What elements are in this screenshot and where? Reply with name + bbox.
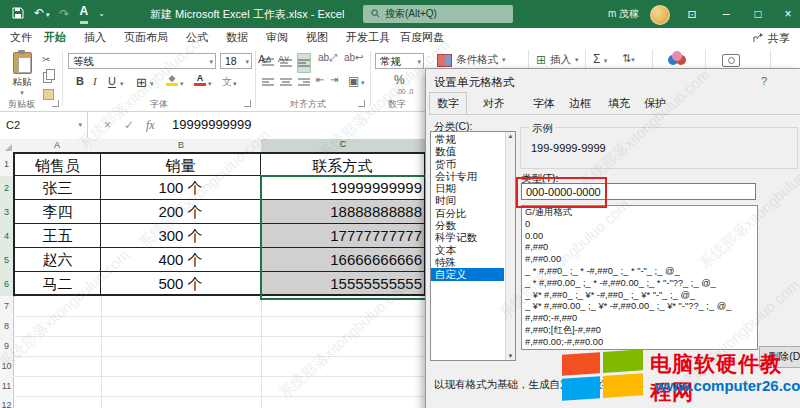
type-option[interactable]: #,##0.00;-#,##0.00 [522,337,757,349]
undo-button[interactable]: ↶ ▾ [34,0,50,29]
cell-c2-active[interactable]: 19999999999 [261,176,425,200]
underline-button[interactable]: U [108,75,116,88]
cell-c5[interactable]: 16666666666 [261,248,425,272]
increase-indent-icon[interactable]: ⇥ [330,74,338,85]
row-header-12[interactable]: 12 [0,396,14,408]
row-header-11[interactable]: 11 [0,376,14,397]
scroll-down-icon[interactable]: ▼ [506,353,515,359]
dialog-tab-alignment[interactable]: 对齐 [483,94,505,113]
type-option[interactable]: #,##0 [522,242,757,254]
category-date[interactable]: 日期 [431,182,504,194]
category-scientific[interactable]: 科学记数 [431,231,504,243]
tab-developer[interactable]: 开发工具 [342,28,394,48]
avatar[interactable] [650,5,670,25]
tab-baidu-netdisk[interactable]: 百度网盘 [396,28,448,48]
font-dialog-launcher-icon[interactable] [244,100,251,107]
decrease-indent-icon[interactable]: ⇤ [316,74,324,85]
type-option[interactable]: _ ¥* #,##0.00_ ;_ ¥* -#,##0.00_ ;_ ¥* "-… [522,301,757,313]
cell-a5[interactable]: 赵六 [13,248,101,272]
cell-a2[interactable]: 张三 [13,176,101,200]
cell-a6[interactable]: 马二 [13,272,101,296]
category-number[interactable]: 数值 [431,145,504,157]
align-left-icon[interactable] [262,74,274,92]
share-colors-icon[interactable] [666,51,688,65]
category-custom-selected[interactable]: 自定义 [431,268,504,280]
column-header-a[interactable]: A [13,139,102,153]
tab-file[interactable]: 文件 [6,28,36,48]
underline-dropdown-icon[interactable]: ▾ [120,80,124,88]
type-option[interactable]: #,##0;-#,##0 [522,313,757,325]
cell-c1[interactable]: 联系方式 [261,152,425,176]
category-accounting[interactable]: 会计专用 [431,170,504,182]
dialog-tab-font[interactable]: 字体 [533,94,555,113]
percent-style-button[interactable]: % [394,73,405,87]
category-time[interactable]: 时间 [431,194,504,206]
cell-a3[interactable]: 李四 [13,200,101,224]
conditional-formatting-button[interactable]: 条件格式▾ [437,53,506,67]
phonetic-guide-button[interactable]: 文 [222,75,232,89]
ribbon-display-options-icon[interactable]: ⊡ [678,0,706,28]
customize-qat-icon[interactable]: ⌄ [98,0,105,28]
cell-a4[interactable]: 王五 [13,224,101,248]
cell-a1[interactable]: 销售员 [13,152,101,176]
fill-color-button[interactable]: ◆ [166,74,178,86]
column-header-b[interactable]: B [101,139,262,153]
cancel-entry-icon[interactable]: × [104,112,111,138]
italic-button[interactable]: I [93,75,97,87]
dialog-tab-number[interactable]: 数字 [429,92,467,115]
save-icon[interactable] [12,5,24,23]
align-top-icon[interactable] [262,54,274,72]
cell-c6[interactable]: 15555555555 [261,272,425,296]
font-name-combo[interactable]: 等线▾ [68,53,216,69]
category-special[interactable]: 特殊 [431,256,504,268]
dialog-help-icon[interactable]: ? [761,75,767,87]
category-fraction[interactable]: 分数 [431,219,504,231]
copy-button[interactable] [43,69,52,87]
type-option[interactable]: _ ¥* #,##0_ ;_ ¥* -#,##0_ ;_ ¥* "-"_ ;_ … [522,290,757,302]
decimal-buttons[interactable]: .00 .0 [396,88,414,95]
cell-b6[interactable]: 500 个 [101,272,261,296]
row-header-1[interactable]: 1 [0,152,14,177]
orientation-icon[interactable]: ab⤢ [318,52,337,64]
merge-dropdown-icon[interactable]: ▾ [361,79,365,87]
align-bottom-icon[interactable] [298,54,310,72]
category-currency[interactable]: 货币 [431,158,504,170]
category-percentage[interactable]: 百分比 [431,207,504,219]
user-name[interactable]: m 茂稼 [608,0,639,28]
type-option[interactable]: _ * #,##0.00_ ;_ * -#,##0.00_ ;_ * "-"??… [522,278,757,290]
category-text[interactable]: 文本 [431,244,504,256]
bold-button[interactable]: B [76,75,84,87]
borders-button[interactable]: ⊞ [136,75,147,90]
scroll-up-icon[interactable]: ▲ [506,133,515,139]
tab-review[interactable]: 审阅 [262,28,292,48]
font-color-button[interactable]: A [194,74,206,86]
sort-filter-button[interactable]: ⇅▾ [622,52,635,65]
category-scrollbar[interactable]: ▲ ▼ [505,132,515,360]
cut-button[interactable]: ✂ [42,54,50,65]
font-size-combo[interactable]: 18▾ [220,53,252,69]
category-general[interactable]: 常规 [431,133,504,145]
minimize-button[interactable]: – [712,0,740,28]
wrap-text-icon[interactable]: ab↩ [344,52,364,63]
cell-b4[interactable]: 300 个 [101,224,261,248]
cell-b2[interactable]: 100 个 [101,176,261,200]
formula-value[interactable]: 19999999999 [172,112,252,138]
row-header-9[interactable]: 9 [0,336,14,357]
phonetic-dropdown-icon[interactable]: ▾ [233,80,237,88]
number-format-combo[interactable]: 常规▾ [375,53,424,69]
borders-dropdown-icon[interactable]: ▾ [150,80,154,88]
align-middle-icon[interactable] [280,54,292,72]
row-header-10[interactable]: 10 [0,356,14,377]
tab-home[interactable]: 开始 [40,28,70,50]
align-center-icon[interactable] [280,74,292,92]
name-box[interactable]: C2 ▾ [0,112,88,138]
tab-view[interactable]: 视图 [302,28,332,48]
cell-b1[interactable]: 销量 [101,152,261,176]
share-button[interactable]: 共享 [753,29,790,47]
type-option[interactable]: _ * #,##0_ ;_ * -#,##0_ ;_ * "-"_ ;_ @_ [522,266,757,278]
type-option[interactable]: #,##0;[红色]-#,##0 [522,325,757,337]
insert-cells-button[interactable]: ⊞ 插入▾ [536,53,579,67]
clipboard-dialog-launcher-icon[interactable] [52,100,59,107]
cell-b5[interactable]: 400 个 [101,248,261,272]
fill-color-dropdown-icon[interactable]: ▾ [180,80,184,88]
